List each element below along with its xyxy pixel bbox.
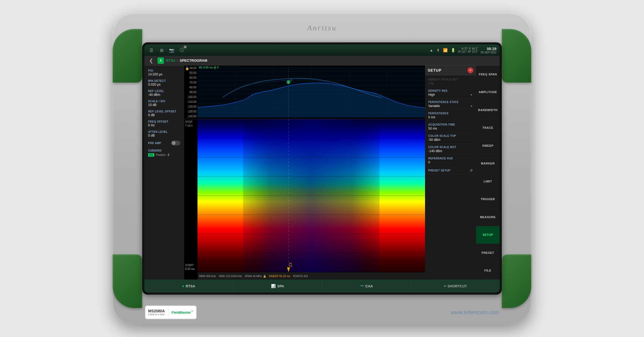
- tab-rtsa-label: RTSA: [186, 284, 195, 288]
- param-scale-div[interactable]: SCALE / DIV 10 dB: [147, 98, 182, 108]
- setup-title: SETUP: [428, 68, 442, 72]
- time-info: 08:29 09 SEP 2022: [481, 47, 496, 54]
- bottom-tabs: ♦ RTSA 📊 SPA 〰 CAA + SHORTCUT: [144, 280, 500, 292]
- setup-item-color-scale-top[interactable]: COLOR SCALE TOP -50 dBm: [426, 133, 475, 144]
- website-label: www.tehencom.com: [451, 309, 499, 316]
- setup-header: SETUP ✕: [425, 65, 476, 75]
- tab-rtsa[interactable]: ♦ RTSA: [144, 280, 233, 292]
- setup-item-preset-setup[interactable]: PRESET SETUP ↺: [426, 166, 475, 175]
- back-button[interactable]: ❮: [147, 57, 155, 65]
- span-wrapper: SPAN 40 MHz 🔒: [245, 275, 266, 278]
- info-icon[interactable]: ⓘ8: [178, 46, 186, 54]
- corner-handle-top-right: [502, 29, 531, 83]
- svg-text:1: 1: [291, 78, 292, 81]
- pre-amp-label: PRE AMP: [148, 142, 161, 145]
- tab-caa-label: CAA: [365, 284, 373, 288]
- preset-setup-reset-icon[interactable]: ↺: [470, 168, 473, 173]
- cursors-section: CURSORS C1 Position: 0: [147, 148, 182, 158]
- setup-item-density-scale-bot[interactable]: DENSITY SCALE BOT 0 %: [426, 76, 475, 87]
- menu-btn-marker[interactable]: MARKER: [476, 155, 500, 173]
- setup-item-density-res[interactable]: DENSITY RES High ▼: [426, 87, 475, 99]
- left-sidebar: POI 14.020 μs MIN DETECT 0.020 μs REF LE…: [144, 65, 184, 280]
- chart-marker-bottom: M1 0.00 ms @ 0: [199, 66, 219, 69]
- vbw-value: VBW 133.3333 kHz: [219, 275, 242, 278]
- spa-icon: 📊: [271, 284, 276, 288]
- param-min-detect[interactable]: MIN DETECT 0.020 μs: [147, 78, 182, 87]
- time-display: 08:29: [487, 47, 496, 51]
- menu-btn-sweep[interactable]: SWEEP: [476, 137, 500, 155]
- menu-btn-preset[interactable]: PRESET: [476, 244, 500, 262]
- far-right-menu: FREQ SPAN AMPLITUDE BANDWIDTH TRACE SWEE…: [476, 65, 500, 280]
- sweep-value: SWEEP 55.25 ms: [269, 275, 290, 278]
- freq-chart-canvas: 1: [197, 65, 425, 119]
- setup-item-persistence-state[interactable]: PERSISTENCE STATE Variable ▼: [426, 99, 475, 110]
- setup-item-acquisition-time[interactable]: ACQUISITION TIME 50 ms: [426, 121, 475, 133]
- divider: [168, 307, 168, 317]
- cursor-row-c1: C1 Position: 0: [148, 153, 180, 157]
- setup-items-list: DENSITY SCALE BOT 0 % DENSITY RES High ▼: [425, 75, 476, 280]
- span-lock-icon: 🔒: [263, 275, 266, 278]
- cursor-c1-pos-label: Position:: [156, 153, 166, 156]
- caa-icon: 〰: [360, 284, 364, 288]
- param-ref-level[interactable]: REF LEVEL -40 dBm: [147, 88, 182, 98]
- menu-btn-freq-span[interactable]: FREQ SPAN: [476, 65, 500, 83]
- battery-icon: 🔋: [451, 48, 455, 52]
- screen-bezel: ☰ ⊞ 📷 ⓘ8 ▲ ⬆ 📶 🔋 N 37° 8' 48.2" W 121° 3…: [142, 42, 502, 295]
- model-badge: MS2080A 9 kHz to 6 GHz FieldMaster™: [145, 305, 197, 319]
- pre-amp-toggle[interactable]: [171, 141, 180, 145]
- menu-btn-measure[interactable]: MEASURE: [476, 208, 500, 226]
- spectrogram-svg: C1: [197, 119, 425, 272]
- tab-caa[interactable]: 〰 CAA: [322, 280, 411, 292]
- breadcrumb-separator: ›: [177, 58, 178, 63]
- menu-btn-bandwidth[interactable]: BANDWIDTH: [476, 101, 500, 119]
- points-value: POINTS 501: [293, 275, 308, 278]
- menu-btn-limit[interactable]: LIMIT: [476, 173, 500, 191]
- freq-chart-svg: 1: [197, 65, 425, 119]
- setup-item-reference-hue[interactable]: REFERENCE HUE 0: [426, 155, 475, 166]
- model-number: MS2080A: [148, 309, 165, 313]
- rbw-value: RBW 400 kHz: [199, 275, 216, 278]
- span-value: SPAN 40 MHz: [245, 275, 262, 278]
- hamburger-icon[interactable]: ☰: [148, 46, 155, 54]
- grid-icon[interactable]: ⊞: [158, 46, 165, 54]
- cursor-c1-badge[interactable]: C1: [148, 153, 154, 157]
- menu-btn-setup[interactable]: SETUP: [476, 226, 500, 244]
- pre-amp-row: PRE AMP: [147, 139, 182, 147]
- gps-info: N 37° 8' 48.2" W 121° 39' 23.2": [458, 47, 478, 53]
- tab-shortcut[interactable]: + SHORTCUT: [411, 280, 500, 292]
- freq-chart-lock-icon: 🔒: [185, 67, 189, 70]
- y-axis: -40.00 -50.00 -60.00 -70.00 -80.00 -90.0…: [184, 65, 197, 119]
- wifi-icon: 📶: [443, 48, 448, 52]
- freq-chart: 🔒 M1 -70.31 dBm @ 2.439276449 GHz -40.00…: [184, 65, 425, 119]
- menu-btn-amplitude[interactable]: AMPLITUDE: [476, 83, 500, 101]
- stop-label: STOP 7.16 s: [185, 120, 192, 128]
- menu-btn-trigger[interactable]: TRIGGER: [476, 191, 500, 208]
- spectrogram-canvas: C1: [197, 119, 425, 272]
- device-bottom: MS2080A 9 kHz to 6 GHz FieldMaster™ www.…: [113, 305, 531, 319]
- tab-spa[interactable]: 📊 SPA: [233, 280, 322, 292]
- breadcrumb: RTSA › SPECTROGRAM: [166, 58, 207, 63]
- main-content: POI 14.020 μs MIN DETECT 0.020 μs REF LE…: [144, 65, 500, 280]
- param-freq-offset[interactable]: FREQ OFFSET 0 Hz: [147, 119, 182, 128]
- upload-icon[interactable]: ▲: [430, 48, 433, 52]
- svg-rect-30: [243, 119, 380, 272]
- setup-item-color-scale-bot[interactable]: COLOR SCALE BOT -140 dBm: [426, 144, 475, 155]
- start-label: START 0.00 ms: [185, 263, 195, 271]
- tab-shortcut-label: SHORTCUT: [448, 284, 467, 288]
- setup-item-persistence[interactable]: PERSISTENCE 0 ms: [426, 110, 475, 121]
- breadcrumb-root[interactable]: RTSA: [166, 58, 175, 63]
- model-subtitle: 9 kHz to 6 GHz: [148, 313, 165, 316]
- camera-icon[interactable]: 📷: [168, 46, 175, 54]
- tab-spa-label: SPA: [277, 284, 284, 288]
- menu-btn-trace[interactable]: TRACE: [476, 119, 500, 137]
- param-poi[interactable]: POI 14.020 μs: [147, 68, 182, 77]
- param-atten-level[interactable]: ATTEN LEVEL 0 dB: [147, 129, 182, 138]
- breadcrumb-current: SPECTROGRAM: [180, 58, 207, 63]
- spectrum-area: 🔒 M1 -70.31 dBm @ 2.439276449 GHz -40.00…: [184, 65, 425, 280]
- corner-handle-bottom-left: [113, 254, 142, 308]
- menu-btn-file[interactable]: FILE: [476, 262, 500, 280]
- setup-close-button[interactable]: ✕: [467, 67, 473, 73]
- param-ref-level-offset[interactable]: REF LEVEL OFFSET 0 dB: [147, 108, 182, 118]
- brand-name: Anritsu: [307, 24, 337, 32]
- share-icon[interactable]: ⬆: [437, 48, 440, 52]
